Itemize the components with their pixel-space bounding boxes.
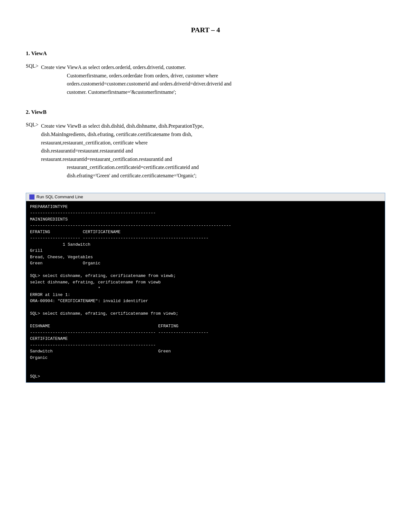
terminal-title: Run SQL Command Line (36, 194, 83, 199)
section2-heading: 2. ViewB (26, 109, 385, 115)
terminal-window: Run SQL Command Line PREPARATIONTYPE ---… (26, 193, 385, 383)
section2-sql-content: Create view ViewB as select dish.dishid,… (41, 122, 204, 180)
terminal-titlebar: Run SQL Command Line (26, 193, 385, 201)
section1-heading: 1. ViewA (26, 50, 385, 57)
terminal-body: PREPARATIONTYPE ------------------------… (26, 201, 385, 382)
section1-sql: SQL> Create view ViewA as select orders.… (26, 63, 385, 96)
section-1: 1. ViewA SQL> Create view ViewA as selec… (26, 50, 385, 96)
terminal-icon (29, 194, 34, 200)
section1-sql-content: Create view ViewA as select orders.order… (41, 63, 231, 96)
sql-prompt-1: SQL> (26, 63, 38, 96)
section-2: 2. ViewB SQL> Create view ViewB as selec… (26, 109, 385, 180)
section2-sql: SQL> Create view ViewB as select dish.di… (26, 122, 385, 180)
page-title: PART – 4 (26, 26, 385, 34)
sql-prompt-2: SQL> (26, 122, 38, 180)
